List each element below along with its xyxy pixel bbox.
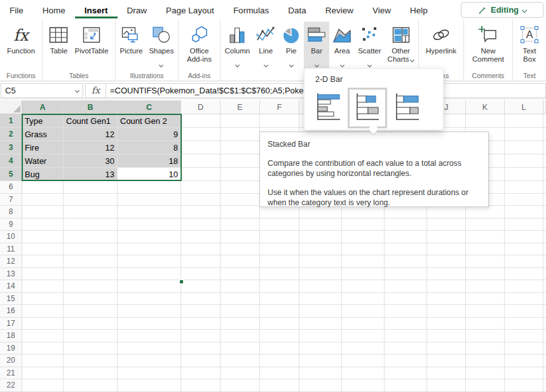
cell-F13[interactable] [260,268,299,281]
cell-B10[interactable] [64,231,118,243]
cell-A8[interactable] [22,206,64,219]
cell-K17[interactable] [466,318,505,330]
cell-F15[interactable] [260,293,299,306]
cell-B2[interactable]: 12 [64,128,118,141]
menu-item-home[interactable]: Home [33,1,75,18]
cell-K15[interactable] [466,293,505,306]
menu-item-page-layout[interactable]: Page Layout [156,1,224,18]
cell-L11[interactable] [505,243,543,256]
cell-L1[interactable] [505,114,543,128]
row-header-20[interactable]: 20 [0,355,22,367]
row-header-9[interactable]: 9 [0,219,22,231]
cell-J17[interactable] [427,318,466,330]
cell-C5[interactable]: 10 [118,168,181,181]
cell-H14[interactable] [342,280,385,293]
cell-I21[interactable] [385,367,427,380]
cell-K16[interactable] [466,305,505,318]
cell-B8[interactable] [64,206,118,219]
column-header-D[interactable]: D [181,100,221,114]
cell-L3[interactable] [505,141,543,154]
row-header-22[interactable]: 22 [0,379,22,392]
cell-I9[interactable] [385,219,427,231]
row-header-18[interactable]: 18 [0,330,22,342]
cell-K20[interactable] [466,355,505,367]
cell-J16[interactable] [427,305,466,318]
cell-C8[interactable] [118,206,181,219]
cell-H18[interactable] [342,330,385,342]
cell-L17[interactable] [505,318,543,330]
cell-B4[interactable]: 30 [64,154,118,168]
cell-B3[interactable]: 12 [64,141,118,154]
cell-K14[interactable] [466,280,505,293]
row-header-11[interactable]: 11 [0,243,22,256]
row-header-6[interactable]: 6 [0,181,22,194]
cell-L16[interactable] [505,305,543,318]
row-header-4[interactable]: 4 [0,154,22,168]
select-all-corner[interactable] [0,100,22,114]
cell-L20[interactable] [505,355,543,367]
cell-C18[interactable] [118,330,181,342]
cell-E22[interactable] [221,379,260,392]
cell-I16[interactable] [385,305,427,318]
cell-D7[interactable] [181,194,221,206]
cell-B16[interactable] [64,305,118,318]
cell-A7[interactable] [22,194,64,206]
row-header-1[interactable]: 1 [0,114,22,128]
cell-L7[interactable] [505,194,543,206]
cell-E11[interactable] [221,243,260,256]
table-button[interactable]: Table [46,22,71,55]
cell-E4[interactable] [221,154,260,168]
cell-F18[interactable] [260,330,299,342]
cell-J19[interactable] [427,342,466,355]
cell-E1[interactable] [221,114,260,128]
cell-B13[interactable] [64,268,118,281]
cell-C9[interactable] [118,219,181,231]
cell-B15[interactable] [64,293,118,306]
cell-A4[interactable]: Water [22,154,64,168]
cell-F11[interactable] [260,243,299,256]
cell-E20[interactable] [221,355,260,367]
cell-L18[interactable] [505,330,543,342]
cell-J9[interactable] [427,219,466,231]
cell-J13[interactable] [427,268,466,281]
cell-I14[interactable] [385,280,427,293]
cell-G11[interactable] [299,243,342,256]
cell-C13[interactable] [118,268,181,281]
new-comment-button[interactable]: NewComment [469,22,507,64]
scatter-chart-button[interactable]: Scatter [355,22,384,63]
cell-A1[interactable]: Type [22,114,64,128]
cell-K1[interactable] [466,114,505,128]
cell-G14[interactable] [299,280,342,293]
cell-E2[interactable] [221,128,260,141]
cell-C14[interactable] [118,280,181,293]
cell-J15[interactable] [427,293,466,306]
menu-item-file[interactable]: File [0,1,33,18]
cell-L22[interactable] [505,379,543,392]
column-chart-button[interactable]: Column [222,22,254,63]
cell-L10[interactable] [505,231,543,243]
cell-B12[interactable] [64,255,118,268]
row-header-15[interactable]: 15 [0,293,22,306]
cell-G19[interactable] [299,342,342,355]
row-header-12[interactable]: 12 [0,255,22,268]
cell-E21[interactable] [221,367,260,380]
cell-L8[interactable] [505,206,543,219]
cell-G15[interactable] [299,293,342,306]
insert-function-button[interactable]: fx [85,83,106,98]
cell-C21[interactable] [118,367,181,380]
name-box[interactable]: C5 [1,83,83,98]
column-header-A[interactable]: A [22,100,64,114]
cell-C1[interactable]: Count Gen 2 [118,114,181,128]
cell-G20[interactable] [299,355,342,367]
cell-C10[interactable] [118,231,181,243]
cell-D15[interactable] [181,293,221,306]
cell-E15[interactable] [221,293,260,306]
cell-C20[interactable] [118,355,181,367]
cell-L21[interactable] [505,367,543,380]
cell-L14[interactable] [505,280,543,293]
cell-H13[interactable] [342,268,385,281]
clustered-bar-option[interactable] [314,92,342,124]
cell-I18[interactable] [385,330,427,342]
cell-E5[interactable] [221,168,260,181]
office-addins-button[interactable]: OfficeAdd-ins [184,22,215,64]
